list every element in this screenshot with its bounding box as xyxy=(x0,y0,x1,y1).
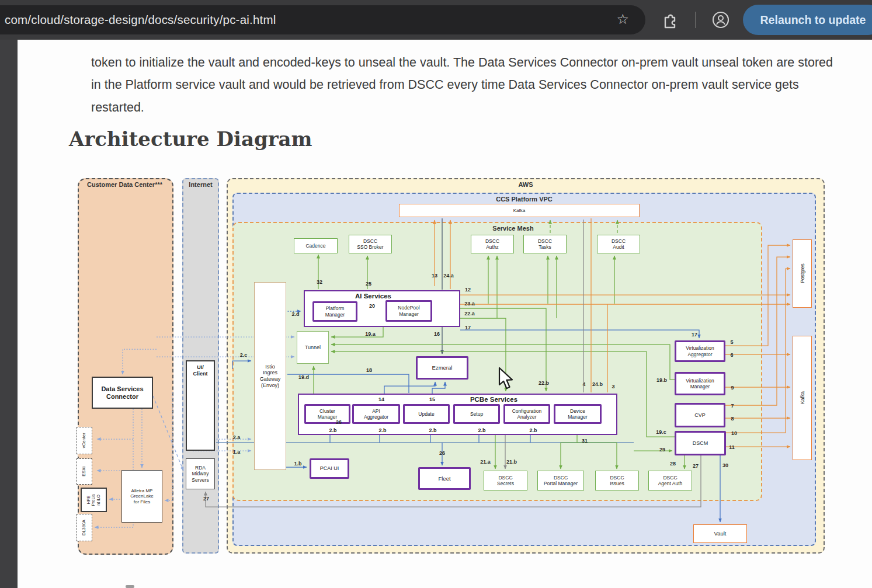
cadence-label: Cadence xyxy=(305,243,325,249)
edge-label-15: 15 xyxy=(429,396,435,402)
vault: Vault xyxy=(693,524,747,543)
edge-label-19.b: 19.b xyxy=(656,377,667,383)
cluster-manager: Cluster Manager xyxy=(304,404,350,424)
edge-label-21.a: 21.a xyxy=(480,459,491,465)
mouse-cursor xyxy=(498,367,518,390)
update-label: Update xyxy=(418,411,434,417)
edge-label-13: 13 xyxy=(432,273,437,279)
edge-label-28: 28 xyxy=(670,461,676,467)
edge-label-23.a: 23.a xyxy=(464,301,475,307)
dscc-authz-label: DSCC Authz xyxy=(485,238,499,250)
relaunch-to-update-button[interactable]: Relaunch to update xyxy=(743,5,872,35)
extensions-puzzle-icon[interactable] xyxy=(661,11,679,29)
edge-label-7: 7 xyxy=(731,403,734,409)
dscc-issues: DSCC Issues xyxy=(595,471,639,490)
edge-label-22.a: 22.a xyxy=(464,311,475,316)
cvp: CVP xyxy=(675,403,725,427)
vcenter-label: vCenter xyxy=(82,433,87,448)
virtualization-manager-label: Virtualization Manager xyxy=(686,378,714,389)
ezmeral: Ezmeral xyxy=(416,356,468,380)
edge-label-26: 26 xyxy=(439,450,445,456)
edge-label-22.b: 22.b xyxy=(539,380,549,386)
dscc-issues-label: DSCC Issues xyxy=(610,475,624,486)
service-mesh-label: Service Mesh xyxy=(249,225,777,232)
dscc-tasks-label: DSCC Tasks xyxy=(538,238,552,250)
address-bar[interactable]: com/cloud/storage-design/docs/security/p… xyxy=(0,5,645,34)
fleet: Fleet xyxy=(418,467,471,490)
edge-label-21.b: 21.b xyxy=(506,459,517,465)
aws-label: AWS xyxy=(228,181,824,188)
window-left-edge xyxy=(0,40,18,588)
kafka-top-label: Kafka xyxy=(513,208,525,213)
dscc-sso-broker-label: DSCC SSO Broker xyxy=(357,238,383,250)
edge-label-2.a: 2.a xyxy=(233,434,241,440)
edge-label-2.d: 2.d xyxy=(291,311,299,317)
update: Update xyxy=(403,404,450,424)
profile-icon[interactable] xyxy=(711,11,730,29)
edge-label-27: 27 xyxy=(203,496,209,502)
edge-label-1.a: 1.a xyxy=(233,449,241,455)
dscc-agent-auth-label: DSCC Agent Auth xyxy=(658,475,683,486)
edge-label-2.b: 2.b xyxy=(429,427,436,433)
edge-label-1.b: 1.b xyxy=(294,461,301,467)
setup: Setup xyxy=(453,404,500,424)
hpe-proliant-ilo: HPE ProLia nt iLO xyxy=(81,488,107,512)
edge-label-19.a: 19.a xyxy=(365,331,376,337)
browser-window: com/cloud/storage-design/docs/security/p… xyxy=(0,0,872,588)
dscc-portal-manager-label: DSCC Portal Manager xyxy=(544,475,578,486)
architecture-diagram: Customer Data Center***InternetAWSCCS Pl… xyxy=(0,0,872,588)
ui-client-label: UI/ Client xyxy=(193,364,207,377)
edge-label-18: 18 xyxy=(366,367,372,373)
rda-midway-servers: RDA Midway Servers xyxy=(186,458,215,489)
esxi-label: ESXi xyxy=(82,467,87,476)
cvp-label: CVP xyxy=(694,412,706,419)
edge-label-32: 32 xyxy=(317,279,322,285)
url-text[interactable]: com/cloud/storage-design/docs/security/p… xyxy=(0,13,276,27)
internet-label: Internet xyxy=(183,181,218,188)
customer-data-center-label: Customer Data Center*** xyxy=(79,181,172,188)
postgres-label: Postgres xyxy=(800,264,805,284)
edge-label-4: 4 xyxy=(582,381,585,387)
kafka-top: Kafka xyxy=(399,204,640,217)
edge-label-24.a: 24.a xyxy=(443,273,454,279)
nodepool-manager: NodePool Manager xyxy=(385,300,432,322)
cadence: Cadence xyxy=(294,238,338,253)
configuration-analyzer: Configuration Analyzer xyxy=(503,404,550,424)
alletra-mp-greenlake: Alletra MP GreenLake for Files xyxy=(121,470,162,523)
dscc-agent-auth: DSCC Agent Auth xyxy=(648,471,692,490)
istio-ingres-gateway-label: Istio Ingres Gateway (Envoy) xyxy=(260,364,281,388)
tunnel: Tunnel xyxy=(297,331,329,364)
edge-label-30: 30 xyxy=(722,462,728,468)
data-services-connector: Data Services Connector xyxy=(92,377,153,409)
edge-label-9: 9 xyxy=(731,385,734,391)
data-services-connector-label: Data Services Connector xyxy=(101,385,143,401)
alletra-mp-greenlake-label: Alletra MP GreenLake for Files xyxy=(130,488,154,505)
edge-label-25: 25 xyxy=(366,281,371,287)
edge-label-5: 5 xyxy=(730,339,733,345)
dscc-tasks: DSCC Tasks xyxy=(523,235,567,253)
bookmark-star-icon[interactable]: ☆ xyxy=(616,11,629,27)
pcai-ui-label: PCAI UI xyxy=(320,465,339,472)
tunnel-label: Tunnel xyxy=(305,345,321,351)
edge-label-16: 16 xyxy=(434,331,440,337)
dscm: DSCM xyxy=(675,431,726,455)
edge-label-20: 20 xyxy=(369,303,375,309)
dscc-authz: DSCC Authz xyxy=(471,235,514,253)
dl380a-label: DL380A xyxy=(82,520,87,535)
hpe-proliant-ilo-label: HPE ProLia nt iLO xyxy=(86,494,101,506)
platform-manager-label: Platform Manager xyxy=(325,305,345,317)
toolbar-divider xyxy=(695,12,696,28)
edge-label-19.d: 19.d xyxy=(298,374,309,380)
relaunch-button-label: Relaunch to update xyxy=(760,13,866,27)
edge-label-19.c: 19.c xyxy=(656,429,666,435)
setup-label: Setup xyxy=(470,411,483,417)
ezmeral-label: Ezmeral xyxy=(432,364,453,371)
dscm-label: DSCM xyxy=(693,440,708,447)
api-aggregator: API Aggregator xyxy=(352,404,400,424)
edge-label-8: 8 xyxy=(731,416,734,422)
edge-label-12: 12 xyxy=(465,287,471,293)
kafka-right-label: Kafka xyxy=(799,392,805,405)
dl380a: DL380A xyxy=(77,514,92,541)
edge-label-2.b: 2.b xyxy=(529,427,537,433)
esxi: ESXi xyxy=(77,458,92,485)
